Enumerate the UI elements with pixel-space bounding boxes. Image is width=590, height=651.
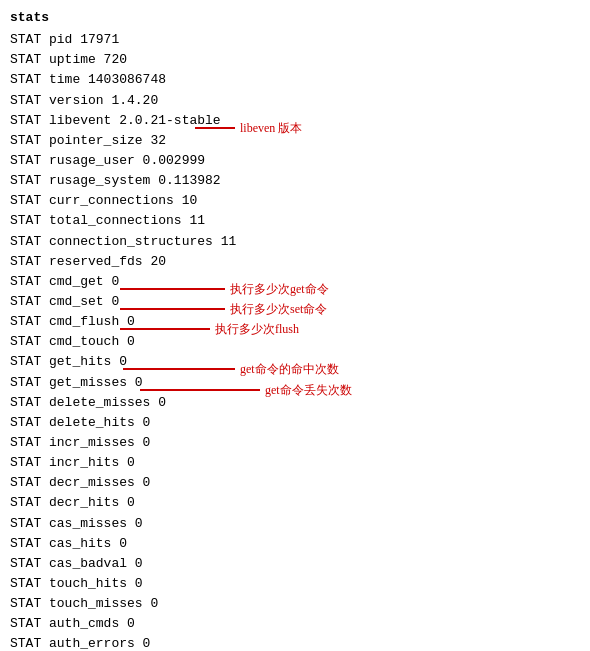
stat-line: STAT cas_misses 0 (10, 514, 580, 534)
stat-line: STAT decr_misses 0 (10, 473, 580, 493)
stat-line: STAT delete_hits 0 (10, 413, 580, 433)
stat-line: STAT connection_structures 11 (10, 232, 580, 252)
stat-line: STAT cas_hits 0 (10, 534, 580, 554)
stat-lines: STAT pid 17971STAT uptime 720STAT time 1… (10, 30, 580, 651)
stat-line: STAT version 1.4.20 (10, 91, 580, 111)
stat-line: STAT incr_hits 0 (10, 453, 580, 473)
stat-line: STAT cmd_get 0 (10, 272, 580, 292)
stats-title: stats (10, 8, 580, 28)
stat-line: STAT time 1403086748 (10, 70, 580, 90)
stat-line: STAT uptime 720 (10, 50, 580, 70)
stat-line: STAT decr_hits 0 (10, 493, 580, 513)
stat-line: STAT curr_connections 10 (10, 191, 580, 211)
stat-line: STAT reserved_fds 20 (10, 252, 580, 272)
stat-line: STAT get_hits 0 (10, 352, 580, 372)
stat-line: STAT pid 17971 (10, 30, 580, 50)
stat-line: STAT get_misses 0 (10, 373, 580, 393)
stat-line: STAT cmd_flush 0 (10, 312, 580, 332)
stat-line: STAT delete_misses 0 (10, 393, 580, 413)
stat-line: STAT cas_badval 0 (10, 554, 580, 574)
stat-line: STAT libevent 2.0.21-stable (10, 111, 580, 131)
stat-line: STAT auth_cmds 0 (10, 614, 580, 634)
stat-line: STAT pointer_size 32 (10, 131, 580, 151)
stat-line: STAT total_connections 11 (10, 211, 580, 231)
stat-line: STAT rusage_user 0.002999 (10, 151, 580, 171)
stat-line: STAT incr_misses 0 (10, 433, 580, 453)
stat-line: STAT cmd_set 0 (10, 292, 580, 312)
stat-line: STAT touch_hits 0 (10, 574, 580, 594)
main-content: stats STAT pid 17971STAT uptime 720STAT … (10, 8, 580, 651)
stat-line: STAT auth_errors 0 (10, 634, 580, 651)
stat-line: STAT touch_misses 0 (10, 594, 580, 614)
stat-line: STAT rusage_system 0.113982 (10, 171, 580, 191)
stat-line: STAT cmd_touch 0 (10, 332, 580, 352)
